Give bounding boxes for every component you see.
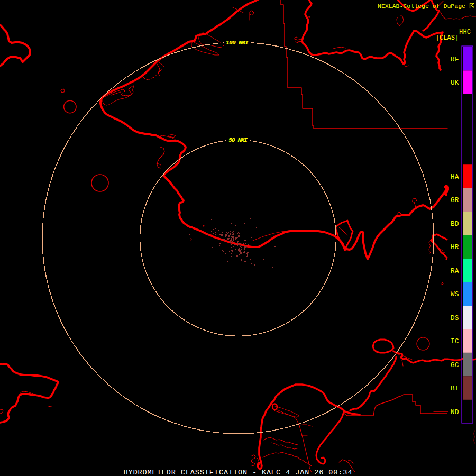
svg-text:GR: GR [451, 197, 459, 204]
svg-text:RA: RA [451, 268, 459, 275]
svg-text:BD: BD [451, 221, 459, 228]
svg-text:DS: DS [451, 315, 459, 322]
svg-text:50 NMI: 50 NMI [228, 136, 248, 143]
svg-text:ND: ND [451, 409, 459, 416]
svg-text:100 NMI: 100 NMI [226, 39, 249, 46]
svg-text:NEXLAB-College of DuPage: NEXLAB-College of DuPage [378, 3, 465, 10]
svg-text:HA: HA [451, 173, 459, 181]
svg-text:HR: HR [451, 244, 459, 251]
svg-text:HHC: HHC [459, 29, 471, 36]
svg-text:UK: UK [451, 79, 459, 87]
svg-text:BI: BI [451, 385, 459, 392]
svg-text:HYDROMETEOR CLASSIFICATION - K: HYDROMETEOR CLASSIFICATION - KAEC 4 JAN … [124, 469, 352, 476]
svg-text:IC: IC [451, 338, 459, 345]
svg-text:WS: WS [451, 291, 459, 298]
svg-text:[CLAS]: [CLAS] [436, 34, 459, 42]
svg-text:GC: GC [451, 362, 459, 369]
svg-text:RF: RF [451, 56, 459, 63]
